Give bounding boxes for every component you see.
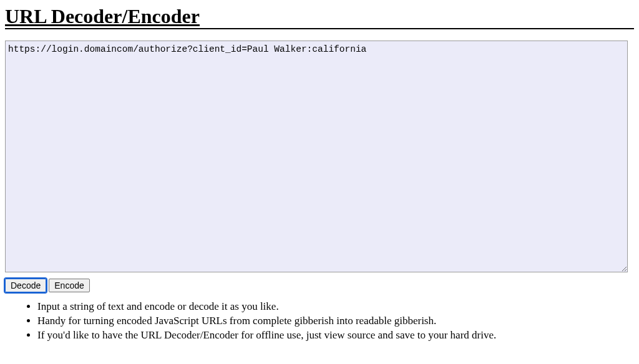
- list-item: Input a string of text and encode or dec…: [37, 300, 634, 314]
- textarea-container: [5, 41, 634, 275]
- list-item: If you'd like to have the URL Decoder/En…: [37, 328, 634, 343]
- list-item: Handy for turning encoded JavaScript URL…: [37, 314, 634, 328]
- page-title: URL Decoder/Encoder: [5, 5, 634, 29]
- decode-button[interactable]: Decode: [5, 279, 46, 292]
- button-row: Decode Encode: [5, 279, 634, 292]
- url-input-textarea[interactable]: [5, 41, 628, 272]
- encode-button[interactable]: Encode: [49, 279, 89, 292]
- instructions-list: Input a string of text and encode or dec…: [5, 300, 634, 343]
